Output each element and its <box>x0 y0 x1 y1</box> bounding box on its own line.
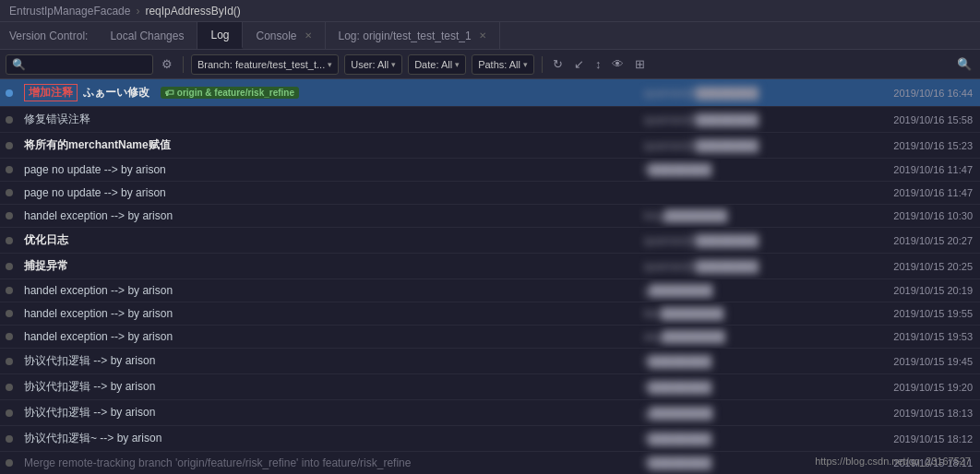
eye-icon[interactable]: 👁 <box>609 55 627 73</box>
table-row[interactable]: 协议代扣逻辑~ --> by arisonli████████2019/10/1… <box>0 426 980 452</box>
table-row[interactable]: handel exception --> by arisonlian██████… <box>0 302 980 326</box>
commit-author: li████████ <box>639 159 834 182</box>
commit-dot <box>0 228 18 254</box>
commit-message-extra: ふぁーい修改 <box>83 86 161 99</box>
table-row[interactable]: page no update --> by arisonli████████20… <box>0 159 980 182</box>
user-arrow-icon: ▾ <box>391 60 396 69</box>
commit-date: 2019/10/16 15:23 <box>834 133 980 159</box>
branch-label: Branch: feature/test_test_t... <box>197 59 325 70</box>
commit-message: 修复错误注释 <box>18 107 639 133</box>
date-label: Date: All <box>414 59 452 70</box>
table-row[interactable]: 将所有的merchantName赋值quanran@████████2019/1… <box>0 133 980 159</box>
commit-dot <box>0 159 18 182</box>
commit-author: li████████ <box>639 452 834 475</box>
commit-message: handel exception --> by arison <box>18 302 639 326</box>
commit-message: 协议代扣逻辑 --> by arison <box>18 374 639 400</box>
toolbar: ⚙ Branch: feature/test_test_t... ▾ User:… <box>0 50 980 79</box>
commit-author: quanran@████████ <box>639 254 834 279</box>
commit-author: li████████ <box>639 349 834 374</box>
commit-date: 2019/10/15 19:53 <box>834 326 980 349</box>
commit-date: 2019/10/16 16:44 <box>834 79 980 107</box>
commit-date: 2019/10/15 18:12 <box>834 426 980 452</box>
commit-author: g████████ <box>639 400 834 426</box>
table-row[interactable]: handel exception --> by arisonlong██████… <box>0 205 980 228</box>
commit-author: quanran@████████ <box>639 133 834 159</box>
commit-date: 2019/10/15 20:27 <box>834 228 980 254</box>
log-area: 增加注释ふぁーい修改 🏷 origin & feature/risk_refin… <box>0 79 980 474</box>
tab-local-changes-label: Local Changes <box>110 30 184 42</box>
commit-author: quanran@████████ <box>639 107 834 133</box>
commit-dot <box>0 374 18 400</box>
commit-author <box>639 182 834 205</box>
fetch-icon[interactable]: ↙ <box>571 55 587 73</box>
commit-author: li████████ <box>639 374 834 400</box>
commit-dot <box>0 452 18 475</box>
commit-date: 2019/10/15 18:13 <box>834 400 980 426</box>
refresh-icon[interactable]: ↻ <box>550 55 566 73</box>
toolbar-sep-1 <box>183 56 184 73</box>
tab-log-origin-label: Log: origin/test_test_test_1 <box>339 30 472 42</box>
commit-dot <box>0 205 18 228</box>
toolbar-sep-2 <box>542 56 543 73</box>
commit-dot <box>0 426 18 452</box>
table-row[interactable]: 协议代扣逻辑 --> by arisonli████████2019/10/15… <box>0 349 980 374</box>
commit-message: handel exception --> by arison <box>18 279 639 302</box>
tab-console[interactable]: Console ✕ <box>243 22 325 49</box>
table-row[interactable]: 增加注释ふぁーい修改 🏷 origin & feature/risk_refin… <box>0 79 980 107</box>
commit-dot <box>0 326 18 349</box>
search-right-icon[interactable]: 🔍 <box>954 55 974 73</box>
commit-author: li████████ <box>639 426 834 452</box>
commit-message: 协议代扣逻辑 --> by arison <box>18 400 639 426</box>
table-row[interactable]: handel exception --> by arisonang███████… <box>0 326 980 349</box>
branch-dropdown[interactable]: Branch: feature/test_test_t... ▾ <box>191 54 339 75</box>
table-row[interactable]: handel exception --> by arisong████████2… <box>0 279 980 302</box>
tab-local-changes[interactable]: Local Changes <box>97 22 197 49</box>
commit-date: 2019/10/16 10:30 <box>834 205 980 228</box>
grid-icon[interactable]: ⊞ <box>632 55 648 73</box>
commit-message: 将所有的merchantName赋值 <box>18 133 639 159</box>
table-row[interactable]: Merge remote-tracking branch 'origin/fea… <box>0 452 980 475</box>
commit-date: 2019/10/16 11:47 <box>834 182 980 205</box>
branch-tag: 🏷 origin & feature/risk_refine <box>161 87 299 99</box>
tab-log-origin-close[interactable]: ✕ <box>479 30 486 41</box>
commit-dot <box>0 182 18 205</box>
commit-message: 优化日志 <box>18 228 639 254</box>
date-dropdown[interactable]: Date: All ▾ <box>408 54 466 75</box>
tab-console-close[interactable]: ✕ <box>305 30 312 41</box>
tab-log[interactable]: Log <box>197 22 243 49</box>
commit-date: 2019/10/15 19:55 <box>834 302 980 326</box>
paths-dropdown[interactable]: Paths: All ▾ <box>472 54 534 75</box>
table-row[interactable]: page no update --> by arison2019/10/16 1… <box>0 182 980 205</box>
search-input[interactable] <box>6 54 153 75</box>
tab-bar: Version Control: Local Changes Log Conso… <box>0 22 980 50</box>
commit-date: 2019/10/15 18:11 <box>834 452 980 475</box>
table-row[interactable]: 优化日志quanran@████████2019/10/15 20:27 <box>0 228 980 254</box>
table-row[interactable]: 捕捉异常quanran@████████2019/10/15 20:25 <box>0 254 980 279</box>
commit-author: quanran@████████ <box>639 228 834 254</box>
commit-date: 2019/10/15 19:45 <box>834 349 980 374</box>
commit-date: 2019/10/16 15:58 <box>834 107 980 133</box>
settings-icon[interactable]: ⚙ <box>159 55 175 73</box>
commit-message: Merge remote-tracking branch 'origin/fea… <box>18 452 639 475</box>
version-control-label: Version Control: <box>0 22 97 49</box>
commit-message: handel exception --> by arison <box>18 326 639 349</box>
red-box-label: 增加注释 <box>24 84 78 101</box>
table-row[interactable]: 协议代扣逻辑 --> by arisong████████2019/10/15 … <box>0 400 980 426</box>
commit-message: page no update --> by arison <box>18 182 639 205</box>
user-dropdown[interactable]: User: All ▾ <box>344 54 402 75</box>
sort-icon[interactable]: ↕ <box>592 55 604 73</box>
breadcrumb-bar: EntrustIpManageFacade › reqIpAddressById… <box>0 0 980 22</box>
commit-message: 协议代扣逻辑~ --> by arison <box>18 426 639 452</box>
branch-arrow-icon: ▾ <box>328 60 332 69</box>
commit-dot <box>0 133 18 159</box>
commit-date: 2019/10/15 20:19 <box>834 279 980 302</box>
paths-label: Paths: All <box>478 59 520 70</box>
commit-author: long████████ <box>639 205 834 228</box>
commit-author: quanran@████████ <box>639 79 834 107</box>
table-row[interactable]: 修复错误注释quanran@████████2019/10/16 15:58 <box>0 107 980 133</box>
table-row[interactable]: 协议代扣逻辑 --> by arisonli████████2019/10/15… <box>0 374 980 400</box>
commit-message: 协议代扣逻辑 --> by arison <box>18 349 639 374</box>
commit-dot <box>0 79 18 107</box>
commit-dot <box>0 400 18 426</box>
tab-log-origin[interactable]: Log: origin/test_test_test_1 ✕ <box>326 22 500 49</box>
